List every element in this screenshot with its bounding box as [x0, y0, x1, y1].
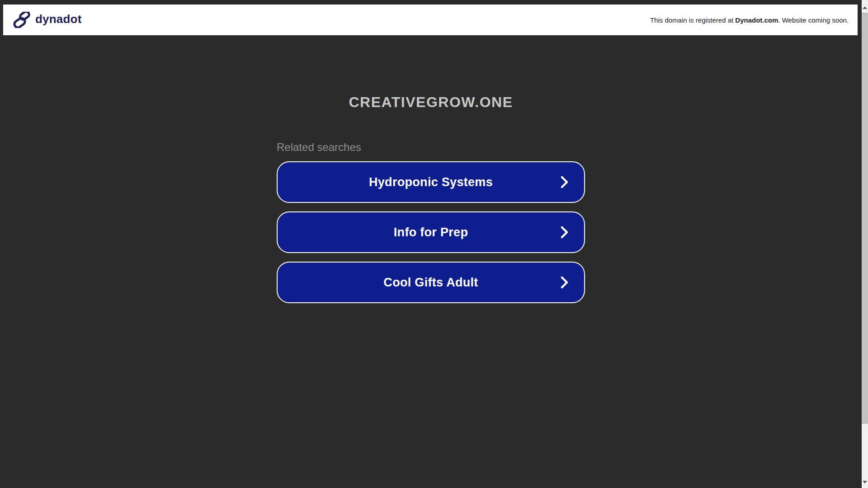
chevron-right-icon	[561, 276, 569, 289]
scrollbar-thumb[interactable]	[862, 13, 868, 424]
logo-wordmark: dynadot	[35, 13, 82, 27]
dynadot-logo[interactable]: dynadot	[13, 12, 82, 28]
scrollbar[interactable]	[862, 0, 868, 488]
related-search-button-info-for-prep[interactable]: Info for Prep	[277, 211, 585, 253]
related-search-button-hydroponic-systems[interactable]: Hydroponic Systems	[277, 161, 585, 203]
registration-notice: This domain is registered at Dynadot.com…	[650, 16, 849, 24]
notice-suffix: . Website coming soon.	[778, 16, 849, 24]
triangle-down-icon[interactable]	[863, 481, 867, 483]
related-search-label: Info for Prep	[394, 225, 468, 239]
header-bar: dynadot This domain is registered at Dyn…	[3, 5, 858, 35]
related-search-label: Cool Gifts Adult	[383, 276, 478, 290]
triangle-up-icon[interactable]	[863, 6, 867, 9]
domain-title: CREATIVEGROW.ONE	[349, 94, 513, 111]
chain-link-icon	[13, 12, 31, 28]
related-searches-list: Hydroponic Systems Info for Prep Cool Gi…	[277, 161, 585, 303]
related-search-label: Hydroponic Systems	[369, 175, 493, 189]
related-search-button-cool-gifts-adult[interactable]: Cool Gifts Adult	[277, 262, 585, 303]
notice-registrar: Dynadot.com	[735, 16, 778, 24]
chevron-right-icon	[561, 226, 569, 239]
related-searches-section: Related searches Hydroponic Systems Info…	[277, 111, 585, 303]
parked-page-content: CREATIVEGROW.ONE Related searches Hydrop…	[0, 0, 862, 488]
chevron-right-icon	[561, 176, 569, 188]
notice-prefix: This domain is registered at	[650, 16, 735, 24]
related-searches-label: Related searches	[277, 141, 585, 154]
